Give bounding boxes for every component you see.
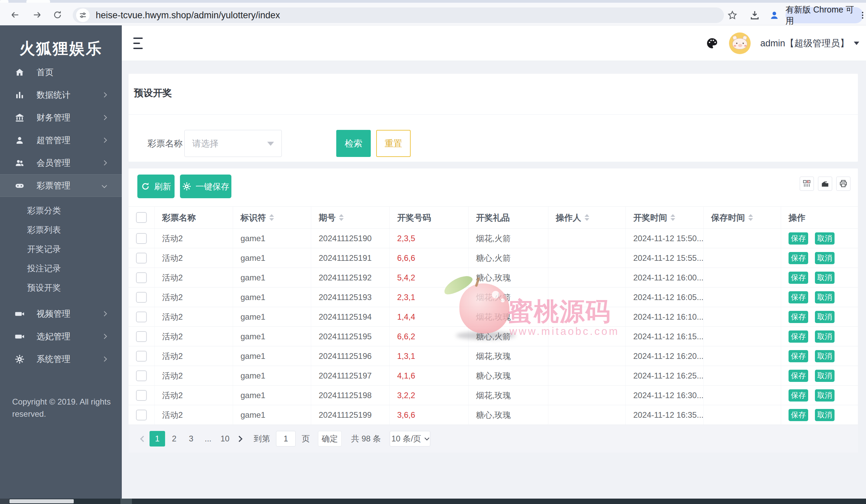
sidebar-item-system[interactable]: 系统管理 [0, 348, 122, 370]
scrollbar-thumb[interactable] [10, 499, 74, 503]
browser-reload-button[interactable] [50, 8, 65, 22]
page-2[interactable]: 2 [166, 431, 182, 447]
row-checkbox[interactable] [136, 370, 147, 381]
cell-gift: 糖心,玫瑰 [468, 405, 548, 425]
cancel-button[interactable]: 取消 [815, 331, 834, 343]
row-checkbox[interactable] [136, 410, 147, 421]
cancel-button[interactable]: 取消 [815, 389, 834, 402]
bookmark-star-icon[interactable] [725, 8, 740, 23]
column-header-operator[interactable]: 操作人 [548, 207, 626, 228]
lottery-name-select[interactable]: 请选择 [184, 130, 282, 157]
sidebar-subitem-lottery-category[interactable]: 彩票分类 [0, 201, 122, 220]
save-button[interactable]: 保存 [789, 311, 808, 323]
sort-icon[interactable] [269, 214, 274, 221]
refresh-button[interactable]: 刷新 [137, 175, 175, 198]
horizontal-scrollbar[interactable] [0, 499, 866, 504]
column-header-issue[interactable]: 期号 [311, 207, 390, 228]
per-page-select[interactable]: 10 条/页 [390, 431, 430, 447]
browser-tab[interactable] [0, 0, 9, 3]
column-header-code[interactable]: 标识符 [233, 207, 311, 228]
browser-tab[interactable] [26, 0, 50, 3]
sort-icon[interactable] [585, 214, 589, 221]
row-checkbox[interactable] [136, 292, 147, 303]
save-button[interactable]: 保存 [789, 272, 808, 284]
save-button[interactable]: 保存 [789, 232, 808, 245]
export-icon[interactable] [818, 177, 832, 191]
admin-menu[interactable]: admin【超级管理员】 [760, 37, 859, 49]
sidebar-subitem-preset-draw[interactable]: 预设开奖 [0, 278, 122, 297]
main-content: 预设开奖 彩票名称 请选择 检索 重置 刷新 一键保存 [122, 61, 866, 499]
row-checkbox[interactable] [136, 390, 147, 401]
row-checkbox[interactable] [136, 351, 147, 361]
theme-palette-icon[interactable] [704, 36, 720, 51]
row-checkbox[interactable] [136, 253, 147, 264]
save-button[interactable]: 保存 [789, 350, 808, 362]
save-button[interactable]: 保存 [789, 409, 808, 421]
pager-prev-button[interactable] [137, 431, 149, 447]
browser-forward-button[interactable] [30, 8, 45, 22]
cell-actions: 保存取消 [781, 248, 858, 268]
column-header-draw_time[interactable]: 开奖时间 [626, 207, 704, 228]
save-button[interactable]: 保存 [789, 389, 808, 402]
row-checkbox[interactable] [136, 331, 147, 342]
search-button[interactable]: 检索 [336, 130, 371, 157]
cell-text: 糖心,玫瑰 [476, 370, 511, 381]
save-button[interactable]: 保存 [789, 252, 808, 264]
browser-url-bar[interactable]: heise-tcvue.hwym.shop/admin/yulottery/in… [73, 8, 724, 23]
cancel-button[interactable]: 取消 [815, 311, 834, 323]
page-3[interactable]: 3 [184, 431, 199, 447]
select-all-checkbox[interactable] [136, 212, 147, 223]
print-icon[interactable] [836, 177, 851, 191]
sidebar-item-super-admin[interactable]: 超管管理 [0, 129, 122, 152]
sidebar-toggle-icon[interactable] [133, 37, 147, 49]
cell-name: 活动2 [155, 385, 233, 405]
sidebar-subitem-bet-records[interactable]: 投注记录 [0, 259, 122, 278]
page-1[interactable]: 1 [149, 431, 165, 447]
user-avatar[interactable] [729, 33, 751, 54]
sidebar-item-stats[interactable]: 数据统计 [0, 83, 122, 106]
browser-back-button[interactable] [8, 8, 22, 22]
cancel-button[interactable]: 取消 [815, 252, 834, 264]
sidebar-item-finance[interactable]: 财务管理 [0, 106, 122, 129]
pager-next-button[interactable] [233, 431, 245, 447]
cell-text: 2024-11-12 16:20... [633, 351, 704, 361]
columns-icon[interactable] [800, 177, 814, 191]
reset-button[interactable]: 重置 [376, 130, 411, 157]
row-checkbox[interactable] [136, 272, 147, 283]
download-icon[interactable] [747, 8, 763, 23]
page-10[interactable]: 10 [217, 431, 233, 447]
site-settings-icon[interactable] [76, 9, 90, 22]
save-all-button[interactable]: 一键保存 [180, 175, 231, 198]
column-header-save_time[interactable]: 保存时间 [704, 207, 781, 228]
cancel-button[interactable]: 取消 [815, 350, 834, 362]
row-checkbox[interactable] [136, 312, 147, 322]
sidebar-item-home[interactable]: 首页 [0, 61, 122, 83]
cancel-button[interactable]: 取消 [815, 370, 834, 382]
sort-icon[interactable] [670, 214, 675, 221]
page-ellipsis[interactable]: ... [200, 431, 216, 447]
cancel-button[interactable]: 取消 [815, 232, 834, 245]
cell-text: 糖心,玫瑰 [476, 272, 511, 283]
save-button[interactable]: 保存 [789, 370, 808, 382]
sidebar-item-video[interactable]: 视频管理 [0, 302, 122, 325]
cell-name: 活动2 [155, 327, 233, 346]
sidebar-subitem-lottery-list[interactable]: 彩票列表 [0, 220, 122, 239]
save-button[interactable]: 保存 [789, 291, 808, 303]
profile-icon[interactable] [767, 8, 782, 23]
cancel-button[interactable]: 取消 [815, 291, 834, 303]
chrome-update-chip[interactable]: 有新版 Chrome 可用 [786, 7, 863, 23]
goto-confirm-button[interactable]: 确定 [318, 431, 342, 447]
sort-icon[interactable] [339, 214, 344, 221]
sidebar-item-members[interactable]: 会员管理 [0, 152, 122, 174]
browser-menu-icon[interactable] [862, 12, 863, 19]
goto-page-input[interactable] [276, 431, 296, 447]
row-checkbox[interactable] [136, 233, 147, 244]
cancel-button[interactable]: 取消 [815, 272, 834, 284]
sort-icon[interactable] [748, 214, 753, 221]
sidebar-item-xuanfei[interactable]: 选妃管理 [0, 325, 122, 348]
save-button[interactable]: 保存 [789, 331, 808, 343]
sidebar-item-lottery[interactable]: 彩票管理 [0, 174, 122, 197]
cell-text: 2024-11-12 16:15... [633, 332, 704, 341]
sidebar-subitem-draw-records[interactable]: 开奖记录 [0, 239, 122, 259]
cancel-button[interactable]: 取消 [815, 409, 834, 421]
